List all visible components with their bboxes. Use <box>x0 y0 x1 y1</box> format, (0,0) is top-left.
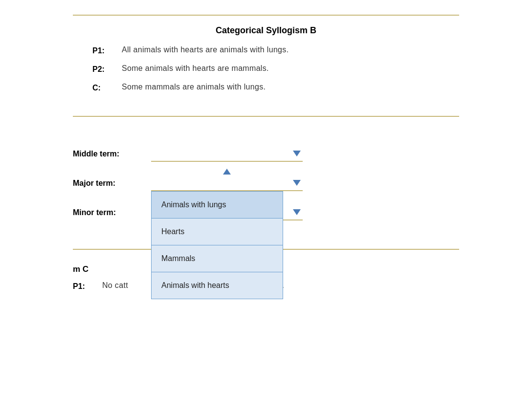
middle-term-dropdown-container <box>151 146 303 162</box>
major-term-dropdown-arrow-icon <box>293 180 301 186</box>
syllogism-box: Categorical Syllogism B P1: All animals … <box>73 15 459 117</box>
major-term-dropdown-container: Animals with lungs Hearts Mammals Animal… <box>151 176 303 191</box>
p1-text: All animals with hearts are animals with… <box>122 45 288 54</box>
major-term-dropdown-up-arrow-icon <box>223 169 231 175</box>
p1-label: P1: <box>92 45 122 55</box>
middle-term-label: Middle term: <box>73 150 151 158</box>
dropdown-menu: Animals with lungs Hearts Mammals Animal… <box>151 191 283 299</box>
terms-section: Middle term: Major term: Animals with lu… <box>73 127 459 244</box>
minor-term-dropdown-arrow-icon <box>293 209 301 215</box>
premise-c-row: C: Some mammals are animals with lungs. <box>92 83 440 92</box>
premise-p2-row: P2: Some animals with hearts are mammals… <box>92 64 440 74</box>
dropdown-item-animals-with-hearts[interactable]: Animals with hearts <box>152 272 283 299</box>
c-text: Some mammals are animals with lungs. <box>122 83 266 91</box>
p2-text: Some animals with hearts are mammals. <box>122 64 269 73</box>
syllogism-c-title: m C <box>73 264 89 274</box>
minor-term-label: Minor term: <box>73 208 151 217</box>
p2-label: P2: <box>92 64 122 74</box>
major-term-label: Major term: <box>73 179 151 188</box>
syllogism-title: Categorical Syllogism B <box>92 25 440 36</box>
major-term-row: Major term: Animals with lungs Hearts Ma… <box>73 176 459 191</box>
dropdown-item-hearts[interactable]: Hearts <box>152 219 283 245</box>
major-term-dropdown[interactable] <box>151 176 303 191</box>
c-label: C: <box>92 83 122 92</box>
middle-term-row: Middle term: <box>73 146 459 162</box>
middle-term-dropdown[interactable] <box>151 146 303 162</box>
bottom-p1-label: P1: <box>73 281 102 291</box>
premise-p1-row: P1: All animals with hearts are animals … <box>92 45 440 55</box>
dropdown-item-mammals[interactable]: Mammals <box>152 245 283 272</box>
dropdown-item-animals-with-lungs[interactable]: Animals with lungs <box>152 192 283 219</box>
middle-term-dropdown-arrow-icon <box>293 151 301 156</box>
